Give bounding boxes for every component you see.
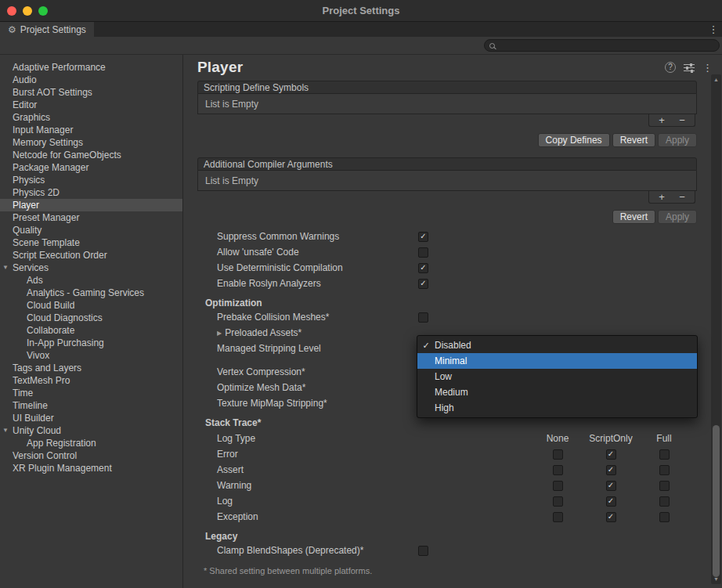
sidebar-item-xr-plugin-management[interactable]: XR Plugin Management bbox=[0, 462, 182, 474]
checkbox[interactable] bbox=[659, 512, 670, 522]
sidebar-item-graphics[interactable]: Graphics bbox=[0, 111, 182, 124]
sidebar-item-unity-cloud[interactable]: ▼Unity Cloud bbox=[0, 424, 182, 437]
checkbox[interactable]: ✓ bbox=[606, 496, 616, 507]
apply-button[interactable]: Apply bbox=[658, 133, 697, 147]
checkbox[interactable] bbox=[553, 481, 563, 491]
setting-label: Clamp BlendShapes (Deprecated)* bbox=[217, 545, 418, 556]
checkbox[interactable] bbox=[418, 247, 428, 258]
sidebar-item-burst-aot-settings[interactable]: Burst AOT Settings bbox=[0, 86, 182, 99]
checkbox[interactable] bbox=[418, 312, 428, 323]
presets-icon[interactable] bbox=[684, 63, 695, 72]
foldout-open-icon[interactable]: ▼ bbox=[2, 262, 9, 274]
sidebar-item-label: TextMesh Pro bbox=[13, 375, 70, 386]
sidebar-item-services[interactable]: ▼Services bbox=[0, 262, 182, 274]
menu-item-low[interactable]: Low bbox=[417, 369, 697, 384]
tab-project-settings[interactable]: ⚙ Project Settings bbox=[0, 22, 94, 37]
sidebar-item-physics[interactable]: Physics bbox=[0, 174, 182, 186]
sidebar-item-package-manager[interactable]: Package Manager bbox=[0, 161, 182, 174]
sidebar-item-label: Netcode for GameObjects bbox=[13, 150, 121, 161]
checkbox[interactable] bbox=[553, 512, 563, 522]
revert-button[interactable]: Revert bbox=[612, 133, 655, 147]
foldout-closed-icon[interactable]: ▶ bbox=[217, 330, 222, 337]
add-item-button[interactable]: + bbox=[654, 192, 670, 202]
sidebar-item-collaborate[interactable]: Collaborate bbox=[0, 324, 182, 337]
search-input[interactable] bbox=[499, 41, 714, 51]
row-label: Log bbox=[217, 496, 531, 507]
sidebar-item-app-registration[interactable]: App Registration bbox=[0, 437, 182, 449]
checkbox[interactable] bbox=[553, 465, 563, 475]
checkbox[interactable] bbox=[659, 496, 670, 507]
sidebar-item-time[interactable]: Time bbox=[0, 387, 182, 399]
sidebar-item-cloud-build[interactable]: Cloud Build bbox=[0, 299, 182, 312]
sidebar-item-textmesh-pro[interactable]: TextMesh Pro bbox=[0, 374, 182, 387]
sidebar-item-quality[interactable]: Quality bbox=[0, 224, 182, 236]
sidebar-item-memory-settings[interactable]: Memory Settings bbox=[0, 136, 182, 149]
menu-item-medium[interactable]: Medium bbox=[417, 384, 697, 400]
scroll-up-icon[interactable]: ▲ bbox=[711, 77, 721, 82]
remove-item-button[interactable]: − bbox=[674, 192, 690, 202]
help-icon[interactable]: ? bbox=[665, 62, 676, 73]
sidebar-item-timeline[interactable]: Timeline bbox=[0, 399, 182, 412]
sidebar-item-version-control[interactable]: Version Control bbox=[0, 449, 182, 462]
setting-label: Suppress Common Warnings bbox=[217, 231, 418, 242]
sidebar-item-tags-and-layers[interactable]: Tags and Layers bbox=[0, 362, 182, 374]
copy-defines-button[interactable]: Copy Defines bbox=[538, 133, 610, 147]
sidebar-item-editor[interactable]: Editor bbox=[0, 99, 182, 111]
sidebar-item-audio[interactable]: Audio bbox=[0, 74, 182, 86]
panel-kebab-icon[interactable]: ⋮ bbox=[702, 63, 713, 73]
checkbox[interactable] bbox=[659, 481, 670, 491]
setting-label-text: Vertex Compression* bbox=[217, 366, 305, 377]
sidebar-item-vivox[interactable]: Vivox bbox=[0, 349, 182, 362]
sidebar-item-ads[interactable]: Ads bbox=[0, 274, 182, 287]
menu-item-high[interactable]: High bbox=[417, 400, 697, 416]
sidebar-item-in-app-purchasing[interactable]: In-App Purchasing bbox=[0, 337, 182, 349]
checkbox[interactable]: ✓ bbox=[418, 279, 428, 289]
vertical-scrollbar[interactable]: ▲ ▼ bbox=[711, 74, 721, 584]
sidebar-item-label: XR Plugin Management bbox=[13, 463, 112, 474]
menu-item-disabled[interactable]: ✓Disabled bbox=[417, 337, 697, 353]
stack-row-assert: Assert✓ bbox=[197, 462, 697, 478]
sidebar-item-analytics-gaming-services[interactable]: Analytics - Gaming Services bbox=[0, 287, 182, 299]
stack-cell: ✓ bbox=[584, 481, 637, 491]
tabstrip-kebab-icon[interactable]: ⋮ bbox=[708, 23, 719, 35]
checkbox[interactable] bbox=[659, 449, 670, 460]
sidebar-item-physics-2d[interactable]: Physics 2D bbox=[0, 186, 182, 199]
menu-item-minimal[interactable]: Minimal bbox=[417, 353, 697, 369]
scroll-down-icon[interactable]: ▼ bbox=[711, 576, 721, 582]
zoom-window-icon[interactable] bbox=[38, 6, 48, 16]
sidebar-item-script-execution-order[interactable]: Script Execution Order bbox=[0, 249, 182, 262]
sidebar-item-adaptive-performance[interactable]: Adaptive Performance bbox=[0, 61, 182, 74]
add-item-button[interactable]: + bbox=[654, 115, 670, 125]
search-field[interactable] bbox=[484, 39, 720, 52]
close-window-icon[interactable] bbox=[7, 6, 16, 16]
checkbox[interactable] bbox=[553, 496, 563, 507]
scrollbar-thumb[interactable] bbox=[713, 425, 720, 577]
checkbox[interactable]: ✓ bbox=[418, 232, 428, 242]
sidebar-item-scene-template[interactable]: Scene Template bbox=[0, 236, 182, 249]
sidebar-item-input-manager[interactable]: Input Manager bbox=[0, 124, 182, 136]
menu-item-label: Minimal bbox=[435, 355, 467, 366]
checkbox[interactable]: ✓ bbox=[606, 465, 616, 475]
minimize-window-icon[interactable] bbox=[23, 6, 32, 16]
sidebar-item-player[interactable]: Player bbox=[0, 199, 182, 211]
panel-header: Player ? ⋮ bbox=[197, 58, 713, 77]
settings-scrollview: Scripting Define Symbols List is Empty +… bbox=[197, 78, 697, 588]
foldout-open-icon[interactable]: ▼ bbox=[2, 424, 9, 437]
revert-button[interactable]: Revert bbox=[612, 210, 655, 224]
checkbox[interactable] bbox=[553, 449, 563, 460]
sidebar-item-ui-builder[interactable]: UI Builder bbox=[0, 412, 182, 424]
apply-button[interactable]: Apply bbox=[658, 210, 697, 224]
sidebar-item-netcode-for-gameobjects[interactable]: Netcode for GameObjects bbox=[0, 149, 182, 161]
checkbox[interactable] bbox=[659, 465, 670, 475]
checkbox[interactable]: ✓ bbox=[606, 512, 616, 522]
checkbox[interactable]: ✓ bbox=[418, 263, 428, 273]
sidebar-item-cloud-diagnostics[interactable]: Cloud Diagnostics bbox=[0, 312, 182, 324]
setting-label: Enable Roslyn Analyzers bbox=[217, 278, 418, 289]
remove-item-button[interactable]: − bbox=[674, 115, 690, 125]
stack-row-error: Error✓ bbox=[197, 446, 697, 462]
sidebar-item-label: App Registration bbox=[27, 438, 96, 449]
sidebar-item-preset-manager[interactable]: Preset Manager bbox=[0, 211, 182, 224]
checkbox[interactable]: ✓ bbox=[606, 449, 616, 460]
checkbox[interactable] bbox=[418, 546, 428, 556]
checkbox[interactable]: ✓ bbox=[606, 481, 616, 491]
